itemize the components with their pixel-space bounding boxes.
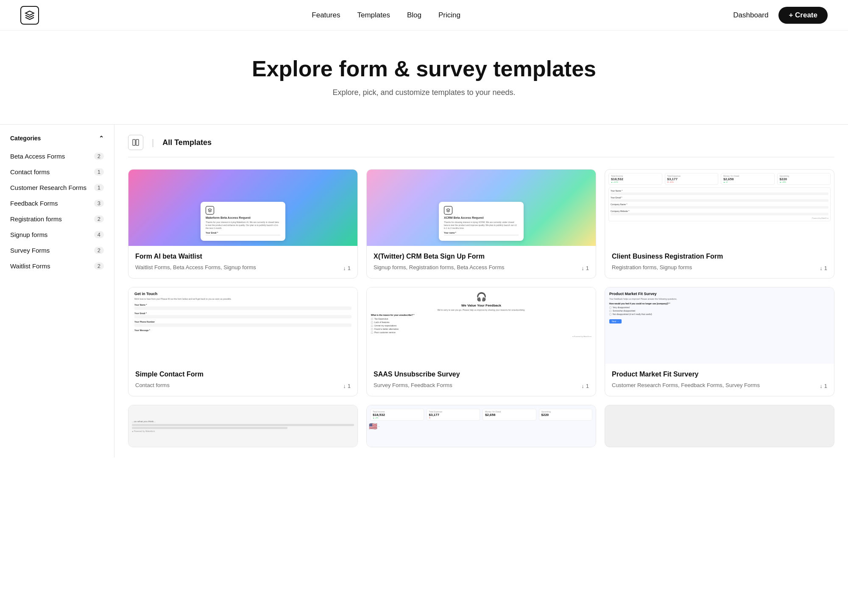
card-title: Form AI beta Waitlist <box>135 253 351 260</box>
create-button[interactable]: + Create <box>778 7 828 24</box>
sidebar-item-count: 4 <box>94 231 104 238</box>
sidebar-item-count: 2 <box>94 215 104 223</box>
download-icon: ↓ <box>820 383 823 389</box>
hero-section: Explore form & survey templates Explore,… <box>0 31 848 114</box>
card-tags: Signup forms, Registration forms, Beta A… <box>374 264 578 271</box>
card-meta: Contact forms ↓ 1 <box>135 382 351 389</box>
sidebar-item-label: Survey Forms <box>10 247 50 254</box>
card-tags: Customer Research Forms, Feedback Forms,… <box>612 382 816 389</box>
card-downloads: ↓ 1 <box>820 383 827 389</box>
layout-toggle-icon[interactable] <box>128 135 143 150</box>
card-tags: Waitlist Forms, Beta Access Forms, Signu… <box>135 264 340 271</box>
sidebar-item-label: Waitlist Forms <box>10 262 50 270</box>
logo[interactable] <box>20 6 39 25</box>
nav-links: Features Templates Blog Pricing <box>312 11 460 20</box>
card-title: Product Market Fit Survery <box>612 371 827 378</box>
template-card[interactable]: 🎧 We Value Your Feedback We're sorry to … <box>366 287 596 396</box>
main-layout: Categories ⌃ Beta Access Forms 2 Contact… <box>0 124 848 457</box>
partial-cards-row: ...us what you think... ● Powered by Mak… <box>128 405 834 447</box>
content-header: | All Templates <box>128 135 834 157</box>
card-preview: XCRM Beta Access Request Thanks for show… <box>367 170 596 246</box>
nav-pricing[interactable]: Pricing <box>438 11 460 20</box>
download-icon: ↓ <box>820 265 823 271</box>
partial-template-card[interactable] <box>605 405 834 447</box>
sidebar-item-survey[interactable]: Survey Forms 2 <box>0 242 114 258</box>
sidebar: Categories ⌃ Beta Access Forms 2 Contact… <box>0 125 114 457</box>
card-meta: Registration forms, Signup forms ↓ 1 <box>612 264 827 271</box>
template-card[interactable]: XCRM Beta Access Request Thanks for show… <box>366 169 596 279</box>
sidebar-item-label: Contact forms <box>10 168 50 176</box>
card-tags: Registration forms, Signup forms <box>612 264 816 271</box>
card-downloads: ↓ 1 <box>820 265 827 271</box>
card-downloads: ↓ 1 <box>343 383 351 389</box>
card-tags: Survey Forms, Feedback Forms <box>374 382 578 389</box>
card-preview: 🎧 We Value Your Feedback We're sorry to … <box>367 287 596 364</box>
sidebar-item-count: 2 <box>94 153 104 160</box>
card-preview: Product Market Fit Survey Your feedback … <box>605 287 834 364</box>
sidebar-item-registration[interactable]: Registration forms 2 <box>0 211 114 227</box>
header-divider: | <box>152 138 154 148</box>
hero-subtitle: Explore, pick, and customize templates t… <box>20 88 828 97</box>
download-icon: ↓ <box>581 383 584 389</box>
sidebar-item-contact[interactable]: Contact forms 1 <box>0 164 114 180</box>
partial-template-card[interactable]: Total Income$18,532▲ +3% Total Expense$3… <box>366 405 596 447</box>
templates-grid: Makeform Beta Access Request Thanks for … <box>128 169 834 396</box>
sidebar-item-customer-research[interactable]: Customer Research Forms 1 <box>0 180 114 195</box>
sidebar-item-count: 2 <box>94 247 104 254</box>
nav-right: Dashboard + Create <box>733 7 828 24</box>
sidebar-item-count: 1 <box>94 168 104 176</box>
sidebar-item-feedback[interactable]: Feedback Forms 3 <box>0 195 114 211</box>
sidebar-header: Categories ⌃ <box>0 135 114 148</box>
sidebar-item-beta-access[interactable]: Beta Access Forms 2 <box>0 148 114 164</box>
card-body: Product Market Fit Survery Customer Rese… <box>605 364 834 396</box>
partial-template-card[interactable]: ...us what you think... ● Powered by Mak… <box>128 405 358 447</box>
card-preview: Get in Touch We'd love to hear from you!… <box>128 287 357 364</box>
template-card[interactable]: Product Market Fit Survey Your feedback … <box>605 287 834 396</box>
categories-label: Categories <box>10 135 41 142</box>
card-preview: Makeform Beta Access Request Thanks for … <box>128 170 357 246</box>
navbar: Features Templates Blog Pricing Dashboar… <box>0 0 848 31</box>
card-downloads: ↓ 1 <box>343 265 351 271</box>
card-downloads: ↓ 1 <box>581 265 589 271</box>
card-meta: Customer Research Forms, Feedback Forms,… <box>612 382 827 389</box>
card-title: X(Twitter) CRM Beta Sign Up Form <box>374 253 589 260</box>
card-body: X(Twitter) CRM Beta Sign Up Form Signup … <box>367 246 596 278</box>
nav-features[interactable]: Features <box>312 11 340 20</box>
card-title: SAAS Unsubscribe Survey <box>374 371 589 378</box>
sidebar-item-signup[interactable]: Signup forms 4 <box>0 227 114 242</box>
sidebar-item-waitlist[interactable]: Waitlist Forms 2 <box>0 258 114 274</box>
sidebar-item-label: Signup forms <box>10 231 47 238</box>
card-body: SAAS Unsubscribe Survey Survey Forms, Fe… <box>367 364 596 396</box>
card-tags: Contact forms <box>135 382 340 389</box>
card-title: Simple Contact Form <box>135 371 351 378</box>
template-card[interactable]: Makeform Beta Access Request Thanks for … <box>128 169 358 279</box>
sidebar-item-label: Beta Access Forms <box>10 153 65 160</box>
sidebar-item-count: 3 <box>94 200 104 207</box>
dashboard-button[interactable]: Dashboard <box>733 11 768 20</box>
card-title: Client Business Registration Form <box>612 253 827 260</box>
card-meta: Waitlist Forms, Beta Access Forms, Signu… <box>135 264 351 271</box>
card-body: Client Business Registration Form Regist… <box>605 246 834 278</box>
sidebar-item-count: 2 <box>94 262 104 270</box>
svg-rect-0 <box>133 139 135 145</box>
card-meta: Survey Forms, Feedback Forms ↓ 1 <box>374 382 589 389</box>
nav-blog[interactable]: Blog <box>407 11 421 20</box>
template-card[interactable]: Total Income $18,532 ▲ +4.1% Total Expen… <box>605 169 834 279</box>
svg-rect-1 <box>136 139 139 145</box>
sidebar-item-label: Registration forms <box>10 215 62 223</box>
templates-content: | All Templates Makeform Beta Access Req… <box>114 125 848 457</box>
card-downloads: ↓ 1 <box>581 383 589 389</box>
card-body: Form AI beta Waitlist Waitlist Forms, Be… <box>128 246 357 278</box>
sidebar-item-count: 1 <box>94 184 104 191</box>
nav-templates[interactable]: Templates <box>357 11 390 20</box>
card-preview: Total Income $18,532 ▲ +4.1% Total Expen… <box>605 170 834 246</box>
download-icon: ↓ <box>343 265 346 271</box>
collapse-icon[interactable]: ⌃ <box>99 135 104 142</box>
download-icon: ↓ <box>581 265 584 271</box>
card-meta: Signup forms, Registration forms, Beta A… <box>374 264 589 271</box>
download-icon: ↓ <box>343 383 346 389</box>
hero-title: Explore form & survey templates <box>20 56 828 81</box>
content-title: All Templates <box>162 138 212 147</box>
template-card[interactable]: Get in Touch We'd love to hear from you!… <box>128 287 358 396</box>
sidebar-item-label: Customer Research Forms <box>10 184 86 191</box>
